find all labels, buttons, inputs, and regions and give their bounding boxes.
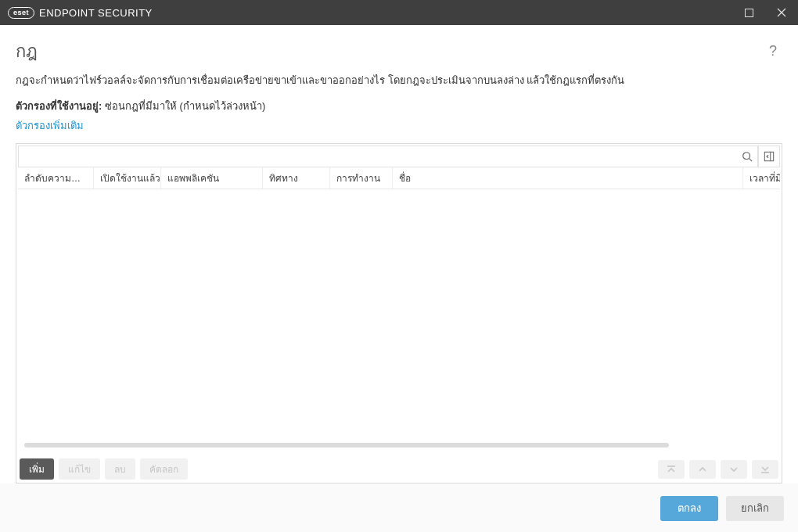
help-button[interactable]: ? — [764, 42, 782, 61]
chevron-up-icon — [697, 465, 708, 474]
copy-button: คัดลอก — [140, 458, 188, 480]
move-top-icon — [666, 465, 677, 474]
search-icon — [742, 151, 753, 162]
more-filters-link[interactable]: ตัวกรองเพิ่มเติม — [16, 117, 782, 134]
search-row — [18, 146, 780, 167]
search-input[interactable] — [18, 146, 736, 167]
move-bottom-icon — [760, 465, 771, 474]
move-top-button — [658, 460, 685, 479]
active-filter-label: ตัวกรองที่ใช้งานอยู่: — [16, 100, 102, 112]
svg-rect-0 — [745, 9, 753, 16]
maximize-button[interactable] — [732, 0, 765, 25]
col-time[interactable]: เวลาที่มี — [742, 167, 780, 189]
page-head: กฎ ? — [16, 38, 782, 65]
edit-button: แก้ไข — [59, 458, 100, 480]
col-direction[interactable]: ทิศทาง — [262, 167, 329, 189]
move-down-button — [721, 460, 747, 479]
rules-table-panel: ลำดับความ… เปิดใช้งานแล้ว แอพพลิเคชัน ทิ… — [16, 143, 782, 484]
content-area: กฎ ? กฎจะกำหนดว่าไฟร์วอลล์จะจัดการกับการ… — [0, 25, 798, 483]
columns-toggle-button[interactable] — [758, 146, 780, 167]
action-row: เพิ่ม แก้ไข ลบ คัดลอก — [18, 455, 780, 481]
cancel-button[interactable]: ยกเลิก — [726, 496, 784, 521]
col-application[interactable]: แอพพลิเคชัน — [160, 167, 262, 189]
col-priority[interactable]: ลำดับความ… — [18, 167, 93, 189]
dialog-footer: ตกลง ยกเลิก — [0, 483, 798, 532]
page-description: กฎจะกำหนดว่าไฟร์วอลล์จะจัดการกับการเชื่อ… — [16, 73, 782, 88]
add-button[interactable]: เพิ่ม — [20, 458, 54, 480]
active-filter-line: ตัวกรองที่ใช้งานอยู่: ซ่อนกฎที่มีมาให้ (… — [16, 98, 782, 114]
col-name[interactable]: ชื่อ — [392, 167, 742, 189]
title-bar: eset ENDPOINT SECURITY — [0, 0, 798, 25]
col-enabled[interactable]: เปิดใช้งานแล้ว — [93, 167, 160, 189]
brand: eset ENDPOINT SECURITY — [8, 7, 153, 19]
delete-button: ลบ — [105, 458, 135, 480]
svg-rect-5 — [764, 152, 773, 160]
move-up-button — [689, 460, 716, 479]
chevron-down-icon — [728, 465, 739, 474]
move-bottom-button — [752, 460, 778, 479]
table-body[interactable] — [18, 189, 780, 444]
product-name: ENDPOINT SECURITY — [39, 7, 153, 19]
search-button[interactable] — [736, 146, 758, 167]
horizontal-scrollbar[interactable] — [24, 443, 774, 451]
close-button[interactable] — [765, 0, 798, 25]
col-action[interactable]: การทำงาน — [329, 167, 392, 189]
close-icon — [777, 8, 786, 17]
maximize-icon — [745, 9, 753, 17]
page-title: กฎ — [16, 38, 38, 65]
help-icon: ? — [769, 43, 777, 59]
svg-line-4 — [749, 158, 752, 161]
table-header: ลำดับความ… เปิดใช้งานแล้ว แอพพลิเคชัน ทิ… — [18, 167, 780, 189]
svg-point-3 — [742, 152, 749, 159]
columns-toggle-icon — [764, 151, 775, 162]
brand-badge: eset — [8, 7, 34, 19]
active-filter-value: ซ่อนกฎที่มีมาให้ (กำหนดไว้ล่วงหน้า) — [105, 100, 265, 112]
ok-button[interactable]: ตกลง — [660, 496, 718, 521]
hscroll-thumb[interactable] — [24, 443, 669, 448]
